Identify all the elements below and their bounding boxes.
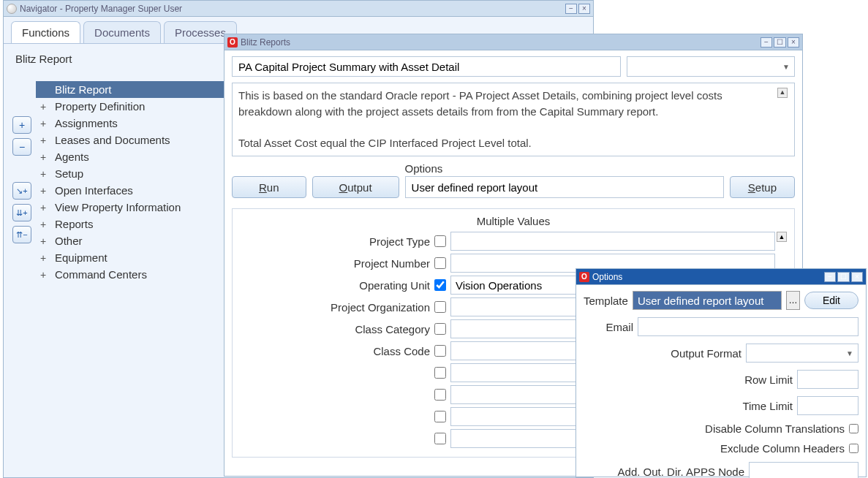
parameter-multivalue-checkbox[interactable] [434,389,446,401]
run-label-rest: un [267,181,279,194]
close-icon[interactable]: × [851,272,863,282]
output-format-label: Output Format [671,347,741,360]
parameter-label: Project Number [240,257,430,270]
tree-item-label: Command Centers [55,268,147,281]
add-out-dir-label: Add. Out. Dir. APPS Node [618,466,744,478]
tree-item-label: Assignments [55,117,118,129]
description-text: This is based on the standard Oracle rep… [238,88,777,151]
description-box: This is based on the standard Oracle rep… [232,83,795,156]
row-limit-label: Row Limit [744,373,793,386]
collapse-all-button[interactable]: ⇈− [12,226,31,243]
parameter-label: Project Organization [240,301,430,314]
parameter-multivalue-checkbox[interactable] [434,345,446,357]
template-label: Template [584,295,628,307]
template-input[interactable] [633,291,782,310]
expander-icon: + [40,134,49,146]
minimize-icon[interactable]: − [761,37,772,48]
parameter-multivalue-checkbox[interactable] [434,235,446,247]
tree-item-label: Open Interfaces [55,184,133,197]
parameter-label: Class Code [240,345,430,357]
tab-documents[interactable]: Documents [83,21,161,43]
parameter-label: Operating Unit [240,279,430,292]
options-label: Options [405,162,724,175]
tree-item-label: Setup [55,167,83,180]
parameters-header: Multiple Values [240,215,787,227]
time-limit-label: Time Limit [742,400,793,412]
navigator-app-icon [7,4,17,14]
parameter-input[interactable] [450,232,775,251]
expand-button[interactable]: + [12,116,31,134]
parameter-multivalue-checkbox[interactable] [434,279,446,291]
maximize-icon[interactable]: ☐ [837,272,850,282]
scroll-up-icon[interactable]: ▲ [777,232,787,242]
parameter-label: Class Category [240,323,430,335]
tree-item-label: Equipment [55,251,107,264]
run-button[interactable]: Run [232,176,306,198]
tree-item-label: Reports [55,218,94,230]
tree-item-label: Agents [55,151,89,163]
navigator-side-buttons: + − ↘+ ⇊+ ⇈− [12,116,31,283]
options-value-input[interactable] [405,176,724,198]
parameter-row: Project Type [240,232,775,251]
description-scrollbar: ▲ [777,88,788,151]
close-icon[interactable]: × [788,37,799,48]
minimize-icon[interactable]: − [824,272,836,282]
collapse-button[interactable]: − [12,138,31,156]
blitz-title: Blitz Reports [241,37,290,48]
expander-icon: + [40,168,49,180]
tab-functions[interactable]: Functions [11,21,80,43]
chevron-down-icon: ▼ [846,349,853,357]
oracle-icon: O [579,272,589,282]
maximize-icon[interactable]: ☐ [774,37,786,48]
output-button[interactable]: Output [312,176,399,198]
minimize-icon[interactable]: − [565,4,577,14]
tree-item-label: Property Definition [55,100,145,113]
expand-branch-button[interactable]: ↘+ [12,182,31,200]
oracle-icon: O [227,37,238,48]
tree-item-label: Blitz Report [55,83,112,96]
scroll-up-icon[interactable]: ▲ [777,88,788,98]
disable-col-trans-label: Disable Column Translations [705,422,845,435]
blitz-titlebar: O Blitz Reports − ☐ × [224,34,802,50]
options-window: O Options − ☐ × Template … Edit Email Ou… [575,268,867,477]
parameter-multivalue-checkbox[interactable] [434,433,446,444]
close-icon[interactable]: × [578,4,590,14]
navigator-title: Navigator - Property Manager Super User [20,4,182,14]
exclude-headers-checkbox[interactable] [849,444,858,453]
report-name-input[interactable] [232,56,621,77]
parameter-multivalue-checkbox[interactable] [434,323,446,335]
parameter-multivalue-checkbox[interactable] [434,257,446,269]
tree-item-label: Other [55,235,83,247]
tree-item-label: Leases and Documents [55,134,170,146]
row-limit-input[interactable] [797,370,858,389]
disable-col-trans-checkbox[interactable] [849,424,858,433]
output-format-select[interactable]: ▼ [746,344,858,363]
email-label: Email [584,321,633,333]
expand-all-button[interactable]: ⇊+ [12,204,31,221]
options-title: Options [592,272,622,282]
edit-button[interactable]: Edit [804,292,858,309]
chevron-down-icon: ▼ [782,63,790,71]
navigator-titlebar: Navigator - Property Manager Super User … [4,1,593,17]
expander-icon: + [40,219,49,230]
options-titlebar: O Options − ☐ × [576,269,866,285]
parameter-multivalue-checkbox[interactable] [434,367,446,379]
expander-icon: + [40,235,49,247]
category-select[interactable]: ▼ [627,56,795,77]
expander-icon: + [40,252,49,264]
expander-icon: + [40,151,49,163]
tree-item-label: View Property Information [55,201,181,213]
expander-icon: + [40,202,49,213]
email-input[interactable] [638,317,858,336]
exclude-headers-label: Exclude Column Headers [720,442,845,455]
add-out-dir-input[interactable] [749,462,858,478]
parameter-multivalue-checkbox[interactable] [434,301,446,313]
parameter-label: Project Type [240,235,430,248]
parameter-multivalue-checkbox[interactable] [434,411,446,422]
template-lov-button[interactable]: … [786,291,800,310]
expander-icon: + [40,101,49,113]
expander-icon: + [40,118,49,129]
time-limit-input[interactable] [797,396,858,415]
setup-button[interactable]: Setup [730,176,795,198]
expander-icon: + [40,185,49,197]
